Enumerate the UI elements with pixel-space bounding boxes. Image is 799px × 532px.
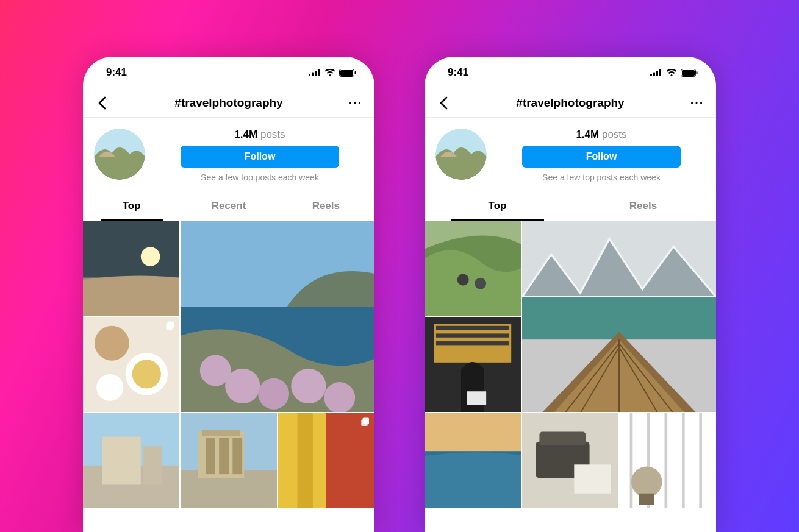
follow-hint: See a few top posts each week bbox=[201, 172, 319, 182]
svg-rect-65 bbox=[425, 413, 521, 451]
carousel-icon bbox=[165, 321, 176, 332]
tab-recent[interactable]: Recent bbox=[180, 191, 277, 221]
svg-rect-58 bbox=[436, 326, 509, 330]
svg-point-14 bbox=[95, 326, 129, 361]
posts-grid bbox=[425, 221, 716, 532]
svg-rect-30 bbox=[143, 446, 162, 484]
page-title: #travelphotography bbox=[454, 96, 687, 110]
nav-header: #travelphotography ··· bbox=[83, 88, 374, 118]
svg-point-25 bbox=[291, 369, 326, 403]
tab-reels[interactable]: Reels bbox=[278, 191, 374, 221]
grid-post[interactable] bbox=[620, 413, 716, 508]
carousel-icon bbox=[701, 417, 712, 428]
tabs: Top Recent Reels bbox=[83, 191, 374, 221]
chevron-left-icon bbox=[439, 96, 448, 110]
svg-point-16 bbox=[132, 360, 161, 388]
svg-point-23 bbox=[225, 369, 260, 403]
hashtag-avatar bbox=[435, 129, 487, 180]
wifi-icon bbox=[324, 69, 335, 77]
svg-point-12 bbox=[141, 247, 160, 266]
svg-rect-36 bbox=[219, 438, 229, 474]
svg-rect-42 bbox=[361, 420, 368, 427]
svg-rect-34 bbox=[202, 430, 240, 435]
svg-rect-45 bbox=[656, 71, 658, 76]
svg-rect-70 bbox=[574, 464, 611, 493]
svg-rect-2 bbox=[315, 71, 317, 76]
posts-line: 1.4M posts bbox=[576, 129, 626, 141]
tab-reels[interactable]: Reels bbox=[570, 191, 716, 221]
tab-top[interactable]: Top bbox=[83, 191, 180, 221]
status-bar: 9:41 bbox=[425, 57, 716, 88]
svg-rect-48 bbox=[682, 70, 695, 76]
svg-rect-46 bbox=[659, 69, 661, 77]
svg-rect-44 bbox=[653, 73, 655, 77]
back-button[interactable] bbox=[433, 93, 454, 113]
status-icons bbox=[650, 69, 698, 77]
phone-mockup-left: 9:41 #travelphotography ··· bbox=[83, 57, 374, 532]
grid-post[interactable] bbox=[83, 317, 179, 412]
grid-post[interactable] bbox=[425, 221, 521, 316]
hashtag-avatar bbox=[94, 129, 145, 180]
grid-post[interactable] bbox=[83, 221, 179, 316]
avatar-image bbox=[94, 129, 145, 180]
svg-point-24 bbox=[258, 378, 289, 410]
status-time: 9:41 bbox=[448, 66, 468, 79]
tabs: Top Reels bbox=[425, 191, 716, 221]
more-button[interactable]: ··· bbox=[687, 93, 708, 113]
svg-rect-1 bbox=[312, 73, 314, 77]
nav-header: #travelphotography ··· bbox=[425, 88, 716, 118]
svg-rect-3 bbox=[318, 69, 320, 77]
posts-count: 1.4M bbox=[234, 129, 257, 140]
svg-point-55 bbox=[475, 278, 486, 289]
svg-rect-0 bbox=[309, 74, 310, 76]
tab-top[interactable]: Top bbox=[425, 191, 570, 221]
svg-rect-35 bbox=[206, 438, 215, 474]
back-button[interactable] bbox=[91, 93, 112, 113]
svg-point-54 bbox=[457, 274, 469, 285]
posts-count: 1.4M bbox=[576, 129, 599, 140]
grid-post[interactable] bbox=[278, 413, 374, 508]
page-title: #travelphotography bbox=[112, 96, 345, 110]
status-icons bbox=[309, 69, 356, 77]
svg-rect-37 bbox=[232, 438, 242, 474]
svg-rect-59 bbox=[436, 333, 509, 337]
grid-post[interactable] bbox=[522, 413, 618, 508]
hashtag-info: 1.4M posts Follow See a few top posts ea… bbox=[83, 118, 374, 191]
svg-rect-60 bbox=[436, 341, 509, 345]
posts-label: posts bbox=[260, 129, 285, 140]
posts-grid bbox=[83, 221, 374, 532]
grid-post[interactable] bbox=[83, 413, 179, 508]
svg-rect-19 bbox=[166, 324, 173, 330]
more-button[interactable]: ··· bbox=[345, 93, 366, 113]
svg-point-26 bbox=[324, 382, 355, 412]
svg-rect-40 bbox=[298, 413, 313, 508]
grid-post[interactable] bbox=[425, 413, 521, 508]
status-time: 9:41 bbox=[106, 66, 127, 79]
follow-button[interactable]: Follow bbox=[181, 146, 339, 168]
svg-rect-29 bbox=[102, 437, 141, 485]
grid-post[interactable] bbox=[181, 413, 277, 508]
follow-hint: See a few top posts each week bbox=[542, 172, 661, 182]
battery-icon bbox=[339, 69, 356, 77]
hashtag-info: 1.4M posts Follow See a few top posts ea… bbox=[425, 118, 716, 191]
promo-background: 9:41 #travelphotography ··· bbox=[0, 0, 799, 532]
grid-post[interactable] bbox=[522, 221, 716, 412]
svg-rect-49 bbox=[697, 71, 698, 74]
svg-rect-61 bbox=[467, 391, 487, 405]
chevron-left-icon bbox=[98, 96, 106, 110]
grid-post[interactable] bbox=[425, 317, 521, 412]
svg-rect-79 bbox=[639, 494, 654, 505]
status-bar: 9:41 bbox=[83, 57, 374, 88]
grid-post[interactable] bbox=[181, 221, 374, 412]
wifi-icon bbox=[666, 69, 677, 77]
svg-rect-81 bbox=[703, 420, 709, 427]
svg-point-17 bbox=[96, 374, 123, 401]
svg-rect-10 bbox=[83, 221, 179, 278]
svg-point-78 bbox=[631, 466, 662, 497]
cellular-icon bbox=[650, 69, 662, 76]
posts-line: 1.4M posts bbox=[234, 129, 285, 141]
svg-rect-69 bbox=[539, 432, 586, 445]
follow-button[interactable]: Follow bbox=[522, 146, 681, 168]
cellular-icon bbox=[309, 69, 321, 76]
svg-rect-43 bbox=[650, 74, 652, 76]
